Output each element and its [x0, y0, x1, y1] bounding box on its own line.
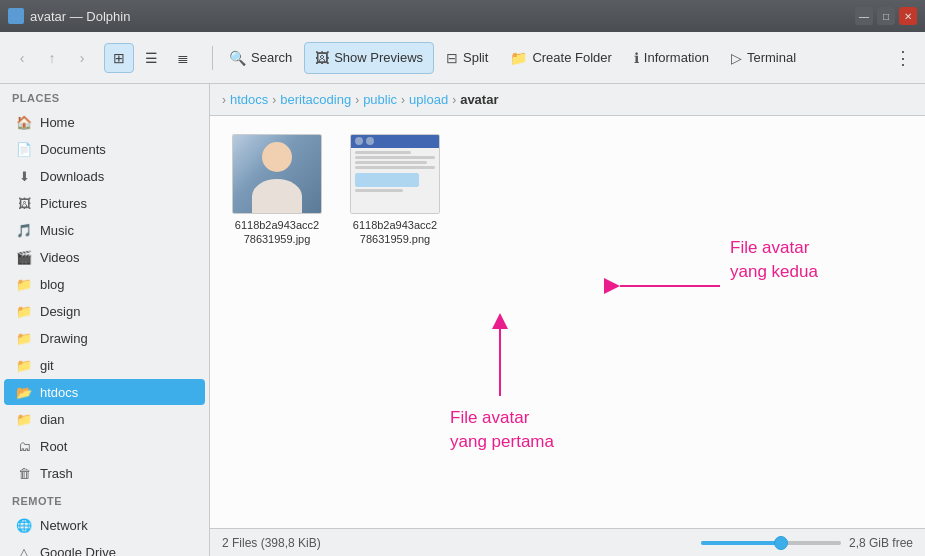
- search-button[interactable]: 🔍 Search: [219, 42, 302, 74]
- information-button[interactable]: ℹ Information: [624, 42, 719, 74]
- breadcrumb-public[interactable]: public: [363, 92, 397, 107]
- sidebar-item-google-drive-label: Google Drive: [40, 545, 116, 557]
- grid-view-button[interactable]: ⊞: [104, 43, 134, 73]
- sidebar-item-downloads-label: Downloads: [40, 169, 104, 184]
- png-body: [351, 148, 439, 197]
- maximize-button[interactable]: □: [877, 7, 895, 25]
- sidebar-item-root-label: Root: [40, 439, 67, 454]
- preview-icon: 🖼: [315, 50, 329, 66]
- more-icon: ⋮: [894, 47, 912, 69]
- sidebar: Places 🏠 Home 📄 Documents ⬇ Downloads 🖼 …: [0, 84, 210, 556]
- window-title: avatar — Dolphin: [30, 9, 130, 24]
- file-thumb-png: [350, 134, 440, 214]
- forward-icon: ›: [80, 50, 85, 66]
- detail-view-button[interactable]: ≣: [168, 43, 198, 73]
- statusbar-right: 2,8 GiB free: [701, 536, 913, 550]
- annotation-arrow-2: [610, 256, 730, 316]
- terminal-icon: ▷: [731, 50, 742, 66]
- split-label: Split: [463, 50, 488, 65]
- sidebar-item-home[interactable]: 🏠 Home: [4, 109, 205, 135]
- sidebar-item-blog-label: blog: [40, 277, 65, 292]
- sidebar-item-pictures[interactable]: 🖼 Pictures: [4, 190, 205, 216]
- compact-view-button[interactable]: ☰: [136, 43, 166, 73]
- create-folder-button[interactable]: 📁 Create Folder: [500, 42, 621, 74]
- zoom-slider[interactable]: [701, 541, 841, 545]
- sidebar-item-documents[interactable]: 📄 Documents: [4, 136, 205, 162]
- terminal-label: Terminal: [747, 50, 796, 65]
- dian-icon: 📁: [16, 412, 32, 427]
- sidebar-item-downloads[interactable]: ⬇ Downloads: [4, 163, 205, 189]
- png-header: [351, 134, 439, 148]
- home-icon: 🏠: [16, 115, 32, 130]
- file-area[interactable]: 6118b2a943acc278631959.jpg: [210, 116, 925, 528]
- back-icon: ‹: [20, 50, 25, 66]
- music-icon: 🎵: [16, 223, 32, 238]
- sidebar-item-videos[interactable]: 🎬 Videos: [4, 244, 205, 270]
- forward-button[interactable]: ›: [68, 44, 96, 72]
- sidebar-item-root[interactable]: 🗂 Root: [4, 433, 205, 459]
- file-thumb-jpg: [232, 134, 322, 214]
- google-drive-icon: △: [16, 545, 32, 557]
- more-options-button[interactable]: ⋮: [889, 44, 917, 72]
- free-space-label: 2,8 GiB free: [849, 536, 913, 550]
- sidebar-item-network[interactable]: 🌐 Network: [4, 512, 205, 538]
- back-button[interactable]: ‹: [8, 44, 36, 72]
- design-icon: 📁: [16, 304, 32, 319]
- sidebar-item-drawing-label: Drawing: [40, 331, 88, 346]
- root-icon: 🗂: [16, 439, 32, 454]
- window: avatar — Dolphin — □ ✕ ‹ ↑ › ⊞ ☰: [0, 0, 925, 556]
- grid-icon: ⊞: [113, 50, 125, 66]
- search-icon: 🔍: [229, 50, 246, 66]
- show-previews-button[interactable]: 🖼 Show Previews: [304, 42, 434, 74]
- up-button[interactable]: ↑: [38, 44, 66, 72]
- breadcrumb-start-arrow: ›: [222, 93, 226, 107]
- window-controls: — □ ✕: [855, 7, 917, 25]
- breadcrumb-sep-1: ›: [272, 93, 276, 107]
- app-icon: [8, 8, 24, 24]
- file-item-png[interactable]: 6118b2a943acc278631959.png: [340, 128, 450, 253]
- information-label: Information: [644, 50, 709, 65]
- breadcrumb-beritacoding[interactable]: beritacoding: [280, 92, 351, 107]
- compact-icon: ☰: [145, 50, 158, 66]
- zoom-thumb: [774, 536, 788, 550]
- sidebar-item-trash-label: Trash: [40, 466, 73, 481]
- breadcrumb-upload[interactable]: upload: [409, 92, 448, 107]
- png-preview: [351, 134, 439, 214]
- sidebar-item-design-label: Design: [40, 304, 80, 319]
- terminal-button[interactable]: ▷ Terminal: [721, 42, 806, 74]
- sidebar-item-drawing[interactable]: 📁 Drawing: [4, 325, 205, 351]
- breadcrumb-sep-3: ›: [401, 93, 405, 107]
- downloads-icon: ⬇: [16, 169, 32, 184]
- breadcrumb: › htdocs › beritacoding › public › uploa…: [210, 84, 925, 116]
- detail-icon: ≣: [177, 50, 189, 66]
- split-icon: ⊟: [446, 50, 458, 66]
- network-icon: 🌐: [16, 518, 32, 533]
- png-circle-2: [366, 137, 374, 145]
- sidebar-item-documents-label: Documents: [40, 142, 106, 157]
- sidebar-item-network-label: Network: [40, 518, 88, 533]
- breadcrumb-htdocs[interactable]: htdocs: [230, 92, 268, 107]
- sidebar-item-design[interactable]: 📁 Design: [4, 298, 205, 324]
- drawing-icon: 📁: [16, 331, 32, 346]
- file-item-jpg[interactable]: 6118b2a943acc278631959.jpg: [222, 128, 332, 253]
- sidebar-item-google-drive[interactable]: △ Google Drive: [4, 539, 205, 556]
- file-name-png: 6118b2a943acc278631959.png: [353, 218, 437, 247]
- sidebar-item-blog[interactable]: 📁 blog: [4, 271, 205, 297]
- close-button[interactable]: ✕: [899, 7, 917, 25]
- annotation-arrow-1: [470, 306, 530, 406]
- info-icon: ℹ: [634, 50, 639, 66]
- sidebar-item-videos-label: Videos: [40, 250, 80, 265]
- sidebar-item-trash[interactable]: 🗑 Trash: [4, 460, 205, 486]
- sidebar-item-htdocs[interactable]: 📂 htdocs: [4, 379, 205, 405]
- split-button[interactable]: ⊟ Split: [436, 42, 498, 74]
- sidebar-item-git[interactable]: 📁 git: [4, 352, 205, 378]
- sidebar-item-dian[interactable]: 📁 dian: [4, 406, 205, 432]
- sidebar-item-music-label: Music: [40, 223, 74, 238]
- file-name-jpg: 6118b2a943acc278631959.jpg: [235, 218, 319, 247]
- zoom-track: [701, 541, 781, 545]
- create-folder-label: Create Folder: [532, 50, 611, 65]
- sidebar-item-music[interactable]: 🎵 Music: [4, 217, 205, 243]
- toolbar-separator-1: [212, 46, 213, 70]
- htdocs-icon: 📂: [16, 385, 32, 400]
- minimize-button[interactable]: —: [855, 7, 873, 25]
